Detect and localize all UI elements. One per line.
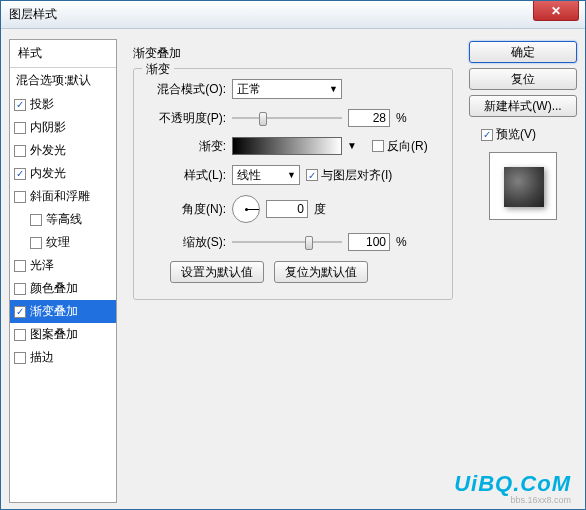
- checkbox-icon[interactable]: [14, 329, 26, 341]
- opacity-input[interactable]: [348, 109, 390, 127]
- style-select[interactable]: 线性: [232, 165, 300, 185]
- style-item-label: 图案叠加: [30, 326, 78, 343]
- style-item-label: 等高线: [46, 211, 82, 228]
- opacity-slider[interactable]: [232, 117, 342, 119]
- styles-header[interactable]: 样式: [10, 40, 116, 68]
- align-checkbox[interactable]: 与图层对齐(I): [306, 167, 392, 184]
- style-item-label: 渐变叠加: [30, 303, 78, 320]
- scale-input[interactable]: [348, 233, 390, 251]
- preview-swatch: [504, 167, 544, 207]
- window-title: 图层样式: [9, 6, 57, 23]
- gradient-overlay-panel: 渐变叠加 渐变 混合模式(O): 正常 不透明度(P): % 渐变:: [123, 39, 463, 503]
- style-item[interactable]: 等高线: [10, 208, 116, 231]
- checkbox-icon[interactable]: [14, 191, 26, 203]
- percent-label: %: [396, 111, 407, 125]
- watermark: UiBQ.CoM: [454, 471, 571, 497]
- style-item[interactable]: 颜色叠加: [10, 277, 116, 300]
- style-label: 样式(L):: [146, 167, 226, 184]
- gradient-label: 渐变:: [146, 138, 226, 155]
- checkbox-icon: [481, 129, 493, 141]
- checkbox-icon[interactable]: [30, 237, 42, 249]
- percent-label: %: [396, 235, 407, 249]
- checkbox-icon[interactable]: [14, 99, 26, 111]
- gradient-swatch[interactable]: [232, 137, 342, 155]
- checkbox-icon: [306, 169, 318, 181]
- style-item-label: 颜色叠加: [30, 280, 78, 297]
- style-item[interactable]: 渐变叠加: [10, 300, 116, 323]
- ok-button[interactable]: 确定: [469, 41, 577, 63]
- checkbox-icon[interactable]: [30, 214, 42, 226]
- reset-default-button[interactable]: 复位为默认值: [274, 261, 368, 283]
- cancel-button[interactable]: 复位: [469, 68, 577, 90]
- opacity-label: 不透明度(P):: [146, 110, 226, 127]
- style-item-label: 外发光: [30, 142, 66, 159]
- style-item[interactable]: 描边: [10, 346, 116, 369]
- blending-options-default[interactable]: 混合选项:默认: [10, 68, 116, 93]
- style-item-label: 光泽: [30, 257, 54, 274]
- style-list: 投影内阴影外发光内发光斜面和浮雕等高线纹理光泽颜色叠加渐变叠加图案叠加描边: [10, 93, 116, 369]
- preview-checkbox[interactable]: 预览(V): [469, 122, 577, 145]
- style-item[interactable]: 纹理: [10, 231, 116, 254]
- scale-label: 缩放(S):: [146, 234, 226, 251]
- checkbox-icon: [372, 140, 384, 152]
- make-default-button[interactable]: 设置为默认值: [170, 261, 264, 283]
- preview-box: [489, 152, 557, 220]
- checkbox-icon[interactable]: [14, 283, 26, 295]
- style-item[interactable]: 图案叠加: [10, 323, 116, 346]
- checkbox-icon[interactable]: [14, 168, 26, 180]
- checkbox-icon[interactable]: [14, 122, 26, 134]
- style-item[interactable]: 内阴影: [10, 116, 116, 139]
- checkbox-icon[interactable]: [14, 260, 26, 272]
- style-item[interactable]: 投影: [10, 93, 116, 116]
- style-item-label: 描边: [30, 349, 54, 366]
- right-panel: 确定 复位 新建样式(W)... 预览(V): [469, 39, 577, 503]
- angle-unit: 度: [314, 201, 326, 218]
- style-item-label: 投影: [30, 96, 54, 113]
- close-icon: ✕: [551, 4, 561, 18]
- reverse-checkbox[interactable]: 反向(R): [372, 138, 428, 155]
- style-item-label: 内发光: [30, 165, 66, 182]
- style-item[interactable]: 内发光: [10, 162, 116, 185]
- blend-mode-select[interactable]: 正常: [232, 79, 342, 99]
- slider-thumb[interactable]: [259, 112, 267, 126]
- section-title: 渐变叠加: [133, 45, 453, 62]
- watermark-sub: bbs.16xx8.com: [510, 495, 571, 505]
- style-item-label: 斜面和浮雕: [30, 188, 90, 205]
- style-item-label: 纹理: [46, 234, 70, 251]
- styles-list-panel: 样式 混合选项:默认 投影内阴影外发光内发光斜面和浮雕等高线纹理光泽颜色叠加渐变…: [9, 39, 117, 503]
- gradient-fieldset: 渐变 混合模式(O): 正常 不透明度(P): % 渐变:: [133, 68, 453, 300]
- content-area: 样式 混合选项:默认 投影内阴影外发光内发光斜面和浮雕等高线纹理光泽颜色叠加渐变…: [1, 29, 585, 509]
- style-item[interactable]: 外发光: [10, 139, 116, 162]
- angle-label: 角度(N):: [146, 201, 226, 218]
- checkbox-icon[interactable]: [14, 352, 26, 364]
- angle-dial[interactable]: [232, 195, 260, 223]
- new-style-button[interactable]: 新建样式(W)...: [469, 95, 577, 117]
- angle-input[interactable]: [266, 200, 308, 218]
- scale-slider[interactable]: [232, 241, 342, 243]
- close-button[interactable]: ✕: [533, 1, 579, 21]
- titlebar: 图层样式 ✕: [1, 1, 585, 29]
- style-item[interactable]: 斜面和浮雕: [10, 185, 116, 208]
- layer-style-dialog: 图层样式 ✕ 样式 混合选项:默认 投影内阴影外发光内发光斜面和浮雕等高线纹理光…: [0, 0, 586, 510]
- fieldset-label: 渐变: [142, 61, 174, 78]
- style-item-label: 内阴影: [30, 119, 66, 136]
- checkbox-icon[interactable]: [14, 306, 26, 318]
- blend-mode-label: 混合模式(O):: [146, 81, 226, 98]
- checkbox-icon[interactable]: [14, 145, 26, 157]
- style-item[interactable]: 光泽: [10, 254, 116, 277]
- slider-thumb[interactable]: [305, 236, 313, 250]
